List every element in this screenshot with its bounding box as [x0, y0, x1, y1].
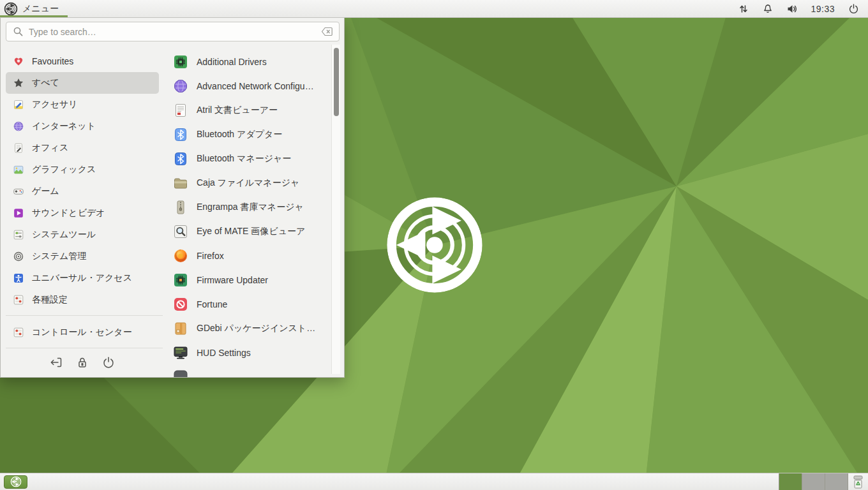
workspace-3[interactable]: [825, 473, 848, 490]
app-item-label: Additional Drivers: [197, 57, 267, 67]
sidebar-item-label: ユニバーサル・アクセス: [32, 272, 132, 284]
app-item-hud-settings[interactable]: HUD Settings: [165, 341, 333, 365]
notifications-bell-icon[interactable]: [760, 0, 776, 17]
sidebar-item-control-center[interactable]: コントロール・センター: [6, 322, 159, 343]
lock-screen-button[interactable]: [75, 355, 90, 370]
app-item-engrampa[interactable]: Engrampa 書庫マネージャ: [165, 195, 333, 219]
applications-menu: Favouritesすべてアクセサリインターネットオフィスグラフィックスゲームサ…: [0, 18, 345, 378]
app-item-label: Engrampa 書庫マネージャ: [197, 202, 304, 213]
app-list-scrollbar[interactable]: [331, 45, 340, 374]
search-input[interactable]: [29, 22, 321, 41]
clear-search-icon[interactable]: [321, 27, 333, 36]
sidebar-item-favourites[interactable]: Favourites: [6, 50, 159, 72]
hud-settings-icon: [173, 345, 188, 360]
additional-drivers-icon: [173, 54, 188, 70]
app-item-bluetooth-manager[interactable]: Bluetooth マネージャー: [165, 147, 333, 171]
eom-icon: [173, 224, 188, 239]
menu-active-indicator: [0, 15, 68, 17]
sidebar-item-sound-video[interactable]: サウンドとビデオ: [6, 202, 159, 224]
search-bar[interactable]: [6, 22, 340, 41]
sidebar-item-label: 各種設定: [32, 294, 68, 306]
app-item-label: HUD Settings: [197, 348, 251, 358]
sidebar-item-label: サウンドとビデオ: [32, 207, 105, 219]
sidebar-item-internet[interactable]: インターネット: [6, 115, 159, 137]
accessories-icon: [13, 99, 24, 110]
sidebar-item-games[interactable]: ゲーム: [6, 181, 159, 202]
trash-applet[interactable]: [848, 473, 867, 490]
advanced-network-icon: [173, 78, 188, 94]
bottom-panel-right: [779, 473, 868, 490]
app-item-firefox[interactable]: Firefox: [165, 244, 333, 268]
sidebar-item-system-tools[interactable]: システムツール: [6, 224, 159, 246]
clock[interactable]: 19:33: [808, 4, 837, 14]
sidebar-item-label: インターネット: [32, 121, 96, 132]
app-item-firmware-updater[interactable]: Firmware Updater: [165, 268, 333, 292]
firefox-icon: [173, 248, 188, 264]
app-item-caja[interactable]: Caja ファイルマネージャ: [165, 171, 333, 195]
bluetooth-adapter-icon: [173, 127, 188, 142]
control-center-icon: [13, 327, 24, 338]
sidebar-item-all[interactable]: すべて: [6, 72, 159, 94]
universal-access-icon: [13, 272, 24, 284]
show-desktop-button[interactable]: [4, 475, 27, 489]
app-item-label: GDebi パッケージインスト…: [197, 323, 315, 334]
sidebar-item-label: システムツール: [32, 229, 96, 241]
app-item-label: Atril 文書ビューアー: [197, 105, 278, 116]
app-item-additional-drivers[interactable]: Additional Drivers: [165, 50, 333, 74]
app-item-advanced-network[interactable]: Advanced Network Configu…: [165, 74, 333, 98]
app-item-label: Caja ファイルマネージャ: [197, 177, 299, 189]
sidebar-item-accessories[interactable]: アクセサリ: [6, 94, 159, 115]
app-item-label: Eye of MATE 画像ビューア: [197, 226, 305, 237]
app-item-label: Bluetooth マネージャー: [197, 153, 291, 165]
control-center-container: コントロール・センター: [6, 322, 159, 343]
menu-button-label: メニュー: [22, 3, 59, 15]
app-item-atril[interactable]: Atril 文書ビューアー: [165, 98, 333, 122]
menu-button[interactable]: メニュー: [0, 0, 68, 17]
mate-logo-icon: [4, 2, 18, 16]
app-item-label: Bluetooth アダプター: [197, 129, 282, 140]
power-icon[interactable]: [845, 0, 862, 17]
firmware-updater-icon: [173, 272, 188, 288]
app-item-label: Firefox: [197, 251, 224, 261]
sidebar-item-preferences[interactable]: 各種設定: [6, 289, 159, 311]
workspace-2[interactable]: [802, 473, 825, 490]
app-item-eom[interactable]: Eye of MATE 画像ビューア: [165, 219, 333, 244]
volume-icon[interactable]: [784, 0, 800, 17]
graphics-icon: [13, 164, 24, 175]
games-icon: [13, 186, 24, 197]
fortune-icon: [173, 297, 188, 312]
sidebar-item-system-admin[interactable]: システム管理: [6, 246, 159, 267]
desktop: メニュー: [0, 0, 868, 490]
internet-icon: [13, 121, 24, 132]
ubuntu-mate-logo: [382, 193, 487, 297]
system-tools-icon: [13, 229, 24, 241]
sidebar-item-label: コントロール・センター: [32, 327, 132, 338]
app-item-label: Advanced Network Configu…: [197, 81, 314, 91]
sidebar-item-office[interactable]: オフィス: [6, 137, 159, 159]
sidebar-item-label: オフィス: [32, 142, 68, 154]
sound-video-icon: [13, 207, 24, 219]
app-item-label: Fortune: [197, 299, 227, 309]
sidebar-divider-2: [6, 348, 163, 348]
arrows-updown-icon[interactable]: [735, 0, 752, 17]
sidebar-item-label: すべて: [32, 77, 59, 89]
sidebar-item-label: ゲーム: [32, 186, 59, 197]
scrollbar-thumb[interactable]: [334, 48, 339, 116]
partial-app-icon: [173, 369, 188, 378]
office-icon: [13, 142, 24, 154]
sidebar-item-label: グラフィックス: [32, 164, 96, 175]
atril-icon: [173, 103, 188, 118]
app-item-fortune[interactable]: Fortune: [165, 292, 333, 316]
preferences-icon: [13, 294, 24, 306]
top-panel: メニュー: [0, 0, 868, 18]
workspace-1-active[interactable]: [779, 473, 802, 490]
app-item-gdebi[interactable]: GDebi パッケージインスト…: [165, 316, 333, 341]
sidebar-item-graphics[interactable]: グラフィックス: [6, 159, 159, 181]
shutdown-button[interactable]: [101, 355, 116, 370]
logout-button[interactable]: [49, 355, 64, 370]
app-item-bluetooth-adapter[interactable]: Bluetooth アダプター: [165, 122, 333, 147]
caja-icon: [173, 175, 188, 191]
app-item-partial[interactable]: [165, 365, 333, 378]
workspace-switcher: [779, 473, 848, 490]
sidebar-item-universal-access[interactable]: ユニバーサル・アクセス: [6, 267, 159, 289]
